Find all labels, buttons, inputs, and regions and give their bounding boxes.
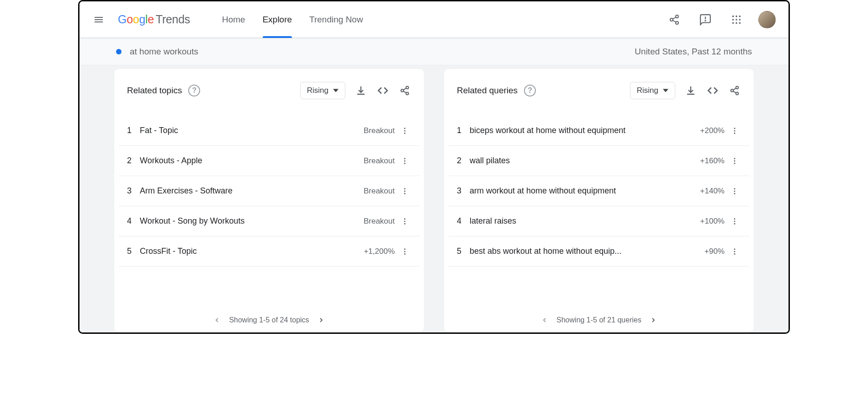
more-icon[interactable]	[728, 187, 741, 195]
svg-point-47	[734, 188, 736, 189]
list-item[interactable]: 3 arm workout at home without equipment …	[449, 176, 749, 206]
prev-page-button[interactable]	[213, 316, 221, 324]
svg-point-2	[676, 21, 678, 24]
share-icon[interactable]	[665, 11, 683, 29]
svg-point-11	[736, 19, 737, 21]
download-icon[interactable]	[684, 84, 697, 97]
share-card-icon[interactable]	[398, 84, 411, 97]
pager-label: Showing 1-5 of 24 topics	[229, 316, 309, 324]
list-item-label: Workout - Song by Workouts	[140, 216, 364, 226]
next-page-button[interactable]	[318, 316, 325, 324]
nav-explore[interactable]: Explore	[263, 1, 292, 37]
list-item[interactable]: 5 best abs workout at home without equip…	[449, 236, 749, 267]
account-avatar[interactable]	[758, 11, 776, 28]
svg-point-52	[734, 223, 736, 224]
apps-grid-icon[interactable]	[727, 11, 746, 29]
svg-point-25	[404, 160, 406, 161]
list-item-metric: Breakout	[364, 126, 395, 135]
svg-point-41	[734, 128, 736, 129]
more-icon[interactable]	[728, 247, 741, 256]
sort-dropdown-label: Rising	[637, 86, 658, 95]
svg-point-31	[404, 220, 406, 222]
list-item-metric: +140%	[700, 187, 725, 196]
svg-line-20	[403, 91, 406, 93]
svg-point-27	[404, 188, 406, 189]
svg-point-50	[734, 218, 736, 220]
svg-point-32	[404, 223, 406, 224]
list-item[interactable]: 1 biceps workout at home without equipme…	[449, 116, 749, 146]
search-term-label: at home workouts	[130, 47, 198, 57]
svg-point-21	[404, 128, 406, 129]
next-page-button[interactable]	[650, 316, 657, 324]
svg-point-16	[406, 86, 409, 89]
embed-icon[interactable]	[376, 84, 389, 97]
svg-point-9	[739, 15, 741, 17]
svg-point-28	[404, 190, 406, 192]
hamburger-menu-button[interactable]	[88, 9, 110, 31]
list-item[interactable]: 2 Workouts - Apple Breakout	[119, 146, 419, 176]
svg-line-3	[673, 17, 676, 19]
queries-list: 1 biceps workout at home without equipme…	[444, 116, 754, 267]
sort-dropdown[interactable]: Rising	[300, 82, 345, 99]
content-area: Related topics ? Rising	[79, 65, 789, 332]
help-icon[interactable]: ?	[524, 85, 536, 96]
header-right	[665, 11, 780, 29]
more-icon[interactable]	[398, 247, 411, 256]
list-item-metric: +200%	[700, 126, 725, 135]
share-card-icon[interactable]	[728, 84, 741, 97]
rank: 5	[457, 246, 470, 256]
chevron-down-icon	[333, 88, 339, 93]
list-item[interactable]: 2 wall pilates +160%	[449, 146, 749, 176]
list-item-label: Arm Exercises - Software	[140, 186, 364, 196]
logo-trends-label: Trends	[156, 13, 190, 26]
svg-point-26	[404, 162, 406, 164]
svg-point-42	[734, 130, 736, 131]
list-item[interactable]: 4 lateral raises +100%	[449, 206, 749, 236]
nav-trending-now[interactable]: Trending Now	[309, 1, 363, 37]
svg-point-14	[736, 22, 737, 24]
sort-dropdown[interactable]: Rising	[630, 82, 675, 99]
context-bar: at home workouts United States, Past 12 …	[79, 38, 789, 65]
svg-line-19	[403, 88, 406, 90]
feedback-icon[interactable]	[696, 11, 715, 29]
rank: 2	[127, 156, 140, 166]
svg-point-22	[404, 130, 406, 131]
sort-dropdown-label: Rising	[307, 86, 328, 95]
embed-icon[interactable]	[706, 84, 719, 97]
list-item-metric: Breakout	[364, 156, 395, 166]
card-tools: Rising	[300, 82, 411, 99]
rank: 3	[127, 186, 140, 196]
nav-home-label: Home	[222, 15, 245, 25]
pager: Showing 1-5 of 21 queries	[444, 308, 754, 332]
list-item-label: wall pilates	[470, 156, 700, 166]
rank: 4	[127, 216, 140, 226]
nav-home[interactable]: Home	[222, 1, 245, 37]
more-icon[interactable]	[728, 217, 741, 225]
list-item-label: lateral raises	[470, 216, 700, 226]
more-icon[interactable]	[398, 217, 411, 225]
more-icon[interactable]	[728, 127, 741, 135]
svg-point-51	[734, 220, 736, 222]
svg-point-35	[404, 253, 406, 254]
svg-point-29	[404, 193, 406, 194]
svg-point-24	[404, 158, 406, 159]
more-icon[interactable]	[398, 187, 411, 195]
download-icon[interactable]	[355, 84, 367, 97]
list-item[interactable]: 5 CrossFit - Topic +1,200%	[119, 236, 419, 267]
list-item[interactable]: 4 Workout - Song by Workouts Breakout	[119, 206, 419, 236]
pager: Showing 1-5 of 24 topics	[114, 308, 424, 332]
more-icon[interactable]	[398, 157, 411, 165]
list-item[interactable]: 1 Fat - Topic Breakout	[119, 116, 419, 146]
help-icon[interactable]: ?	[188, 85, 200, 96]
list-item[interactable]: 3 Arm Exercises - Software Breakout	[119, 176, 419, 206]
svg-point-48	[734, 190, 736, 192]
list-item-metric: +160%	[700, 156, 725, 166]
prev-page-button[interactable]	[541, 316, 548, 324]
more-icon[interactable]	[728, 157, 741, 165]
svg-point-44	[734, 158, 736, 159]
more-icon[interactable]	[398, 127, 411, 135]
svg-point-6	[705, 20, 705, 21]
svg-point-10	[732, 19, 734, 21]
google-trends-logo[interactable]: Google Trends	[118, 13, 190, 26]
card-title: Related queries	[457, 86, 518, 96]
